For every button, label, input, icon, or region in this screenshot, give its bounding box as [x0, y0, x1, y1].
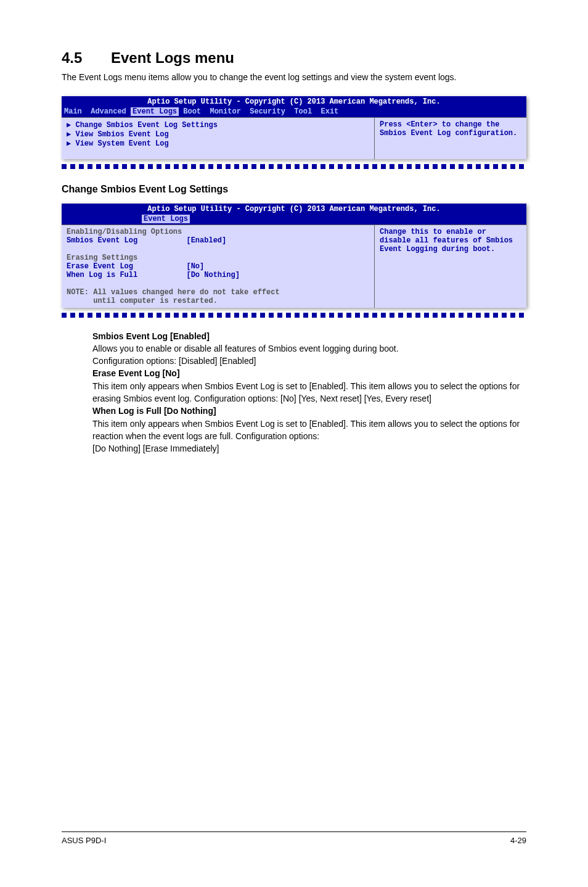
bios-tab-bar-2: Event Logs	[62, 215, 526, 225]
triangle-icon: ▶	[67, 130, 75, 139]
desc-erase-title: Erase Event Log [No]	[92, 367, 526, 379]
bios-title: Aptio Setup Utility - Copyright (C) 2013…	[62, 204, 526, 215]
desc-whenfull-title: When Log is Full [Do Nothing]	[92, 405, 526, 417]
field-erase-event-log-value: [No]	[186, 262, 204, 271]
footer-product: ASUS P9D-I	[62, 836, 106, 845]
bios-screenshot-1: Aptio Setup Utility - Copyright (C) 2013…	[62, 96, 526, 159]
section-title: 4.5Event Logs menu	[62, 49, 526, 67]
bios-body: Enabling/Disabling Options Smbios Event …	[62, 225, 526, 308]
desc-whenfull-line1: This item only appears when Smbios Event…	[92, 418, 526, 443]
bios-help-panel: Change this to enable or disable all fea…	[375, 225, 526, 308]
section-number: 4.5	[62, 49, 111, 67]
tear-edge	[62, 313, 526, 318]
desc-whenfull-line2: [Do Nothing] [Erase Immediately]	[92, 442, 526, 455]
field-smbios-event-log-label: Smbios Event Log	[67, 236, 137, 245]
field-smbios-event-log-value: [Enabled]	[186, 236, 226, 245]
triangle-icon: ▶	[67, 121, 75, 130]
field-when-log-full-label: When Log is Full	[67, 271, 137, 279]
footer-page-number: 4-29	[510, 836, 526, 845]
menu-view-smbios-event-log: View Smbios Event Log	[75, 130, 168, 139]
bios-left-panel: ▶ Change Smbios Event Log Settings ▶ Vie…	[62, 118, 375, 159]
tab-event-logs: Event Logs	[142, 215, 190, 223]
triangle-icon: ▶	[67, 139, 75, 148]
field-when-log-full-value: [Do Nothing]	[186, 271, 239, 279]
desc-smbios-title: Smbios Event Log [Enabled]	[92, 330, 526, 342]
group-enabling-disabling: Enabling/Disabling Options	[67, 228, 182, 236]
bios-note-line1: NOTE: All values changed here do not tak…	[67, 288, 280, 297]
desc-erase-line1: This item only appears when Smbios Event…	[92, 380, 526, 405]
menu-view-system-event-log: View System Event Log	[75, 139, 168, 148]
bios-title: Aptio Setup Utility - Copyright (C) 2013…	[62, 96, 526, 107]
group-erasing-settings: Erasing Settings	[67, 254, 137, 262]
menu-change-smbios-settings: Change Smbios Event Log Settings	[75, 121, 217, 130]
page-footer: ASUS P9D-I 4-29	[62, 831, 526, 845]
bios-note-line2: until computer is restarted.	[67, 297, 218, 305]
desc-smbios-line2: Configuration options: [Disabled] [Enabl…	[92, 355, 526, 367]
tabs-before: Main Advanced	[64, 107, 131, 116]
tabs-after: Boot Monitor Security Tool Exit	[179, 107, 338, 116]
bios-tab-bar: Main Advanced Event Logs Boot Monitor Se…	[62, 107, 526, 117]
tab-event-logs: Event Logs	[131, 107, 179, 116]
field-erase-event-log-label: Erase Event Log	[67, 262, 133, 271]
tear-edge	[62, 164, 526, 169]
bios-screenshot-2: Aptio Setup Utility - Copyright (C) 2013…	[62, 204, 526, 308]
desc-smbios-line1: Allows you to enable or disable all feat…	[92, 342, 526, 355]
bios-left-panel: Enabling/Disabling Options Smbios Event …	[62, 225, 375, 308]
bios-help-panel: Press <Enter> to change the Smbios Event…	[375, 118, 526, 159]
description-block: Smbios Event Log [Enabled] Allows you to…	[92, 330, 526, 455]
section-intro: The Event Logs menu items allow you to c…	[62, 72, 526, 84]
subheading-change-smbios: Change Smbios Event Log Settings	[62, 184, 526, 195]
bios-body: ▶ Change Smbios Event Log Settings ▶ Vie…	[62, 117, 526, 159]
section-name: Event Logs menu	[111, 49, 234, 66]
